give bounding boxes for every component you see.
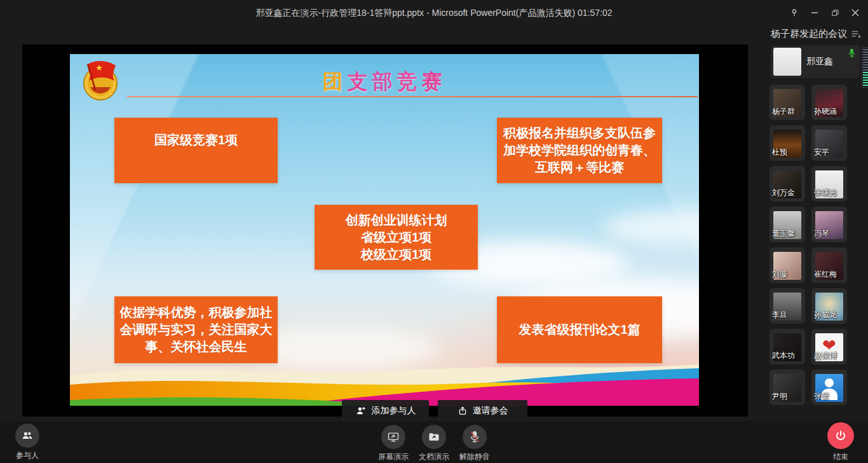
person-add-icon [355,405,367,417]
invite-label: 邀请参会 [473,405,508,417]
meeting-header: 杨子群发起的会议 [771,28,862,40]
participant-name: 董玉馨 [772,228,795,239]
participant-tile[interactable]: 崔红梅 [811,247,847,283]
doc-share-icon [428,431,440,443]
mic-on-icon [847,48,857,58]
participant-tile[interactable]: 刘万金 [770,166,805,202]
close-button[interactable] [846,4,864,22]
participant-name: 李旦 [772,310,787,321]
participant-tile[interactable]: ❤ 赵俊博 [811,329,847,364]
title-divider [127,96,698,97]
participant-name: 杜预 [772,147,787,158]
audio-level-meter [862,47,868,88]
slide-box: 依据学科优势，积极参加社 会调研与实习，关注国家大 事、关怀社会民生 [114,296,278,363]
speaker-name: 邢亚鑫 [806,56,833,67]
presentation-stage: ★ 团支部竞赛 国家级竞赛1项 积极报名并组织多支队伍参 加学校学院组织的创青春… [22,45,748,417]
participant-tile[interactable]: 张莹 [811,370,847,405]
window-titlebar: 邢亚鑫正在演示-行政管理18-1答辩ppt.pptx - Microsoft P… [0,0,868,25]
unmute-button[interactable] [463,425,487,449]
participant-tile[interactable]: 杨子群 [770,85,805,120]
slide-box: 创新创业训练计划 省级立项1项 校级立项1项 [315,205,478,270]
slide-title-char: 赛 [422,70,447,93]
participant-name: 孙晓涵 [814,106,837,117]
power-icon [834,429,847,442]
screen-share-label: 屏幕演示 [378,452,409,462]
participant-name: 冯琴 [814,228,829,239]
participant-tile[interactable]: 刘璇 [770,247,805,283]
participant-name: 杨子群 [772,106,795,117]
participant-tile[interactable]: 杜预 [770,125,805,161]
participant-tile[interactable]: 冯琴 [811,207,847,242]
slide-box-text: 创新创业训练计划 省级立项1项 校级立项1项 [346,212,447,263]
people-icon [21,429,34,442]
slide-title-char: 竞 [397,70,422,93]
slide: ★ 团支部竞赛 国家级竞赛1项 积极报名并组织多支队伍参 加学校学院组织的创青春… [70,54,699,406]
participant-tile[interactable]: 武本功 [770,329,805,364]
end-meeting-label: 结束 [833,452,848,462]
participant-tile[interactable]: 董玉馨 [770,207,805,242]
participant-name: 尹明 [772,391,787,402]
participant-list-icon[interactable] [851,29,862,39]
participants-button[interactable] [15,424,39,448]
slide-title-char: 团 [323,70,348,93]
screen-share-icon [387,431,400,443]
slide-title-char: 部 [372,70,397,93]
slide-box-text: 发表省级报刊论文1篇 [519,321,640,338]
participants-label: 参与人 [16,450,39,461]
participant-name: 安平 [814,147,829,158]
avatar [773,48,801,76]
participant-tile[interactable]: 孙威龙 [811,288,847,324]
active-speaker-card[interactable]: 邢亚鑫 [771,45,860,78]
slide-box: 积极报名并组织多支队伍参 加学校学院组织的创青春、 互联网＋等比赛 [497,118,662,183]
participant-grid: 杨子群 孙晓涵 杜预 安平 刘万金 张曙光 董玉馨 冯琴 刘璇 崔红梅 李旦 [770,85,861,405]
mic-muted-icon [468,431,481,443]
unmute-label: 解除静音 [459,452,490,462]
participant-name: 张莹 [814,391,829,402]
participant-tile[interactable]: 张曙光 [811,166,847,202]
restore-button[interactable] [826,4,844,22]
slide-box: 国家级竞赛1项 [114,118,278,183]
meter-green-segments [863,72,868,86]
participant-name: 张曙光 [814,188,837,198]
slide-box-text: 国家级竞赛1项 [154,132,238,149]
screen-share-button[interactable] [381,425,405,449]
participant-name: 崔红梅 [814,269,837,280]
participant-name: 孙威龙 [814,310,837,321]
participant-tile[interactable]: 安平 [811,125,847,161]
share-icon [458,406,468,416]
add-participant-label: 添加参与人 [372,405,416,417]
end-meeting-button[interactable] [827,422,854,449]
participant-tile[interactable]: 尹明 [770,370,805,405]
slide-box-text: 依据学科优势，积极参加社 会调研与实习，关注国家大 事、关怀社会民生 [120,304,273,356]
slide-box: 发表省级报刊论文1篇 [497,296,662,363]
participant-name: 刘万金 [772,188,795,198]
participant-name: 武本功 [772,350,795,361]
participant-tile[interactable]: 孙晓涵 [811,85,847,120]
meeting-title: 杨子群发起的会议 [771,28,847,40]
slide-box-text: 积极报名并组织多支队伍参 加学校学院组织的创青春、 互联网＋等比赛 [503,125,656,176]
doc-share-label: 文档演示 [419,452,449,462]
slide-title-char: 支 [348,70,372,93]
slide-title: 团支部竞赛 [70,68,699,96]
bottom-control-bar: 参与人 屏幕演示 文档演示 [0,421,868,463]
window-title: 邢亚鑫正在演示-行政管理18-1答辩ppt.pptx - Microsoft P… [0,0,868,25]
minimize-button[interactable] [806,4,824,22]
meter-gray-segments [863,49,868,71]
pin-icon[interactable] [785,4,803,22]
participant-name: 赵俊博 [814,350,837,361]
add-participant-button[interactable]: 添加参与人 [342,400,429,422]
participant-tile[interactable]: 李旦 [770,288,805,324]
invite-button[interactable]: 邀请参会 [438,400,527,422]
doc-share-button[interactable] [422,425,446,449]
cloud [604,210,699,245]
participant-name: 刘璇 [772,269,787,280]
